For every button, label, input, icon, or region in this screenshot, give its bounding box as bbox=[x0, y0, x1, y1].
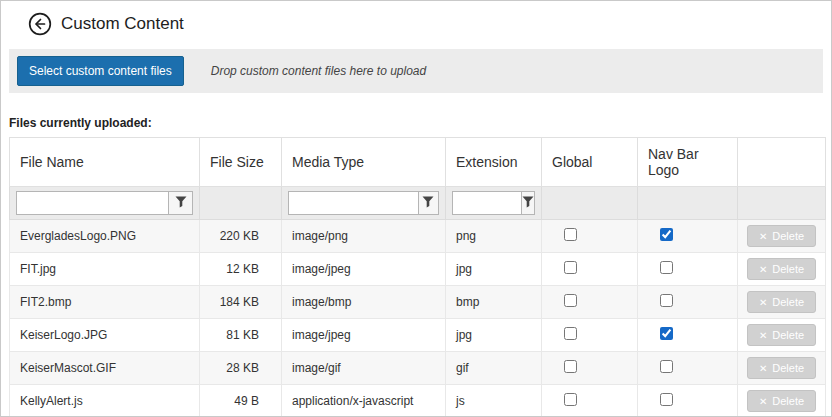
cell-file-name: KeiserMascot.GIF bbox=[10, 352, 200, 385]
funnel-icon bbox=[522, 196, 534, 211]
cell-delete: ✕Delete bbox=[738, 220, 826, 253]
media-type-filter-button[interactable] bbox=[418, 191, 439, 215]
delete-button-label: Delete bbox=[772, 230, 804, 242]
cell-delete: ✕Delete bbox=[738, 253, 826, 286]
col-header-file-name: File Name bbox=[10, 138, 200, 187]
global-checkbox[interactable] bbox=[564, 261, 577, 274]
delete-button[interactable]: ✕Delete bbox=[747, 324, 816, 346]
back-button[interactable] bbox=[28, 12, 52, 36]
cell-nav-bar-logo bbox=[638, 220, 738, 253]
global-checkbox[interactable] bbox=[564, 327, 577, 340]
nav-bar-logo-checkbox[interactable] bbox=[660, 393, 673, 406]
table-row: EvergladesLogo.PNG 220 KB image/png png … bbox=[10, 220, 826, 253]
x-icon: ✕ bbox=[759, 396, 767, 407]
cell-delete: ✕Delete bbox=[738, 385, 826, 417]
cell-delete: ✕Delete bbox=[738, 319, 826, 352]
cell-global bbox=[542, 253, 638, 286]
col-header-media-type: Media Type bbox=[282, 138, 446, 187]
delete-button-label: Delete bbox=[772, 395, 804, 407]
cell-extension: gif bbox=[446, 352, 542, 385]
extension-filter-input[interactable] bbox=[452, 191, 521, 215]
select-custom-content-files-button[interactable]: Select custom content files bbox=[17, 56, 184, 86]
cell-extension: jpg bbox=[446, 319, 542, 352]
filter-cell-global bbox=[542, 187, 638, 220]
global-checkbox[interactable] bbox=[564, 393, 577, 406]
cell-delete: ✕Delete bbox=[738, 286, 826, 319]
col-header-extension: Extension bbox=[446, 138, 542, 187]
cell-nav-bar-logo bbox=[638, 253, 738, 286]
nav-bar-logo-checkbox[interactable] bbox=[660, 360, 673, 373]
cell-extension: jpg bbox=[446, 253, 542, 286]
delete-button[interactable]: ✕Delete bbox=[747, 258, 816, 280]
table-row: KeiserMascot.GIF 28 KB image/gif gif ✕De… bbox=[10, 352, 826, 385]
cell-global bbox=[542, 220, 638, 253]
cell-global bbox=[542, 286, 638, 319]
cell-file-name: KeiserLogo.JPG bbox=[10, 319, 200, 352]
cell-media-type: image/png bbox=[282, 220, 446, 253]
col-header-file-size: File Size bbox=[200, 138, 282, 187]
cell-extension: bmp bbox=[446, 286, 542, 319]
cell-global bbox=[542, 385, 638, 417]
cell-media-type: application/x-javascript bbox=[282, 385, 446, 417]
col-header-global: Global bbox=[542, 138, 638, 187]
nav-bar-logo-checkbox[interactable] bbox=[660, 327, 673, 340]
nav-bar-logo-checkbox[interactable] bbox=[660, 294, 673, 307]
table-row: FIT.jpg 12 KB image/jpeg jpg ✕Delete bbox=[10, 253, 826, 286]
delete-button[interactable]: ✕Delete bbox=[747, 291, 816, 313]
cell-nav-bar-logo bbox=[638, 352, 738, 385]
cell-media-type: image/jpeg bbox=[282, 253, 446, 286]
file-name-filter-input[interactable] bbox=[16, 191, 168, 215]
cell-file-size: 49 B bbox=[200, 385, 282, 417]
cell-file-name: KellyAlert.js bbox=[10, 385, 200, 417]
cell-nav-bar-logo bbox=[638, 385, 738, 417]
filter-cell-nav-bar-logo bbox=[638, 187, 738, 220]
upload-dropzone[interactable]: Select custom content files Drop custom … bbox=[9, 49, 823, 93]
cell-file-size: 220 KB bbox=[200, 220, 282, 253]
funnel-icon bbox=[422, 196, 434, 211]
delete-button-label: Delete bbox=[772, 263, 804, 275]
cell-media-type: image/gif bbox=[282, 352, 446, 385]
drop-hint-text: Drop custom content files here to upload bbox=[211, 64, 426, 78]
filter-cell-file-name bbox=[10, 187, 200, 220]
x-icon: ✕ bbox=[759, 363, 767, 374]
delete-button[interactable]: ✕Delete bbox=[747, 225, 816, 247]
extension-filter-button[interactable] bbox=[521, 191, 535, 215]
cell-file-size: 12 KB bbox=[200, 253, 282, 286]
x-icon: ✕ bbox=[759, 330, 767, 341]
global-checkbox[interactable] bbox=[564, 360, 577, 373]
cell-extension: png bbox=[446, 220, 542, 253]
delete-button-label: Delete bbox=[772, 362, 804, 374]
cell-extension: js bbox=[446, 385, 542, 417]
col-header-actions bbox=[738, 138, 826, 187]
page-header: Custom Content bbox=[1, 1, 831, 36]
cell-media-type: image/jpeg bbox=[282, 319, 446, 352]
media-type-filter-input[interactable] bbox=[288, 191, 418, 215]
nav-bar-logo-checkbox[interactable] bbox=[660, 228, 673, 241]
global-checkbox[interactable] bbox=[564, 294, 577, 307]
delete-button[interactable]: ✕Delete bbox=[747, 390, 816, 412]
funnel-icon bbox=[175, 196, 187, 211]
x-icon: ✕ bbox=[759, 264, 767, 275]
cell-global bbox=[542, 319, 638, 352]
table-row: KeiserLogo.JPG 81 KB image/jpeg jpg ✕Del… bbox=[10, 319, 826, 352]
delete-button-label: Delete bbox=[772, 296, 804, 308]
global-checkbox[interactable] bbox=[564, 228, 577, 241]
cell-file-size: 184 KB bbox=[200, 286, 282, 319]
filter-cell-file-size bbox=[200, 187, 282, 220]
delete-button-label: Delete bbox=[772, 329, 804, 341]
filter-cell-extension bbox=[446, 187, 542, 220]
file-name-filter-button[interactable] bbox=[168, 191, 193, 215]
table-row: FIT2.bmp 184 KB image/bmp bmp ✕Delete bbox=[10, 286, 826, 319]
nav-bar-logo-checkbox[interactable] bbox=[660, 261, 673, 274]
x-icon: ✕ bbox=[759, 297, 767, 308]
delete-button[interactable]: ✕Delete bbox=[747, 357, 816, 379]
table-filter-row bbox=[10, 187, 826, 220]
back-arrow-icon bbox=[28, 12, 52, 36]
cell-global bbox=[542, 352, 638, 385]
cell-nav-bar-logo bbox=[638, 286, 738, 319]
cell-file-size: 81 KB bbox=[200, 319, 282, 352]
cell-file-name: FIT.jpg bbox=[10, 253, 200, 286]
cell-file-name: EvergladesLogo.PNG bbox=[10, 220, 200, 253]
table-header-row: File Name File Size Media Type Extension… bbox=[10, 138, 826, 187]
page-title: Custom Content bbox=[61, 14, 184, 34]
